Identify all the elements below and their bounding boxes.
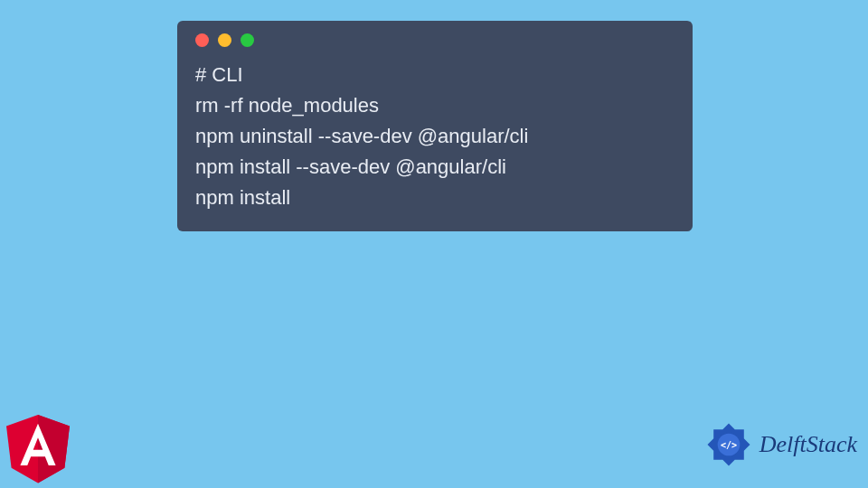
code-line: # CLI: [195, 60, 675, 90]
maximize-icon[interactable]: [241, 33, 254, 47]
code-line: npm uninstall --save-dev @angular/cli: [195, 121, 675, 152]
angular-logo-icon: [6, 415, 70, 482]
close-icon[interactable]: [195, 33, 209, 47]
delftstack-branding: </> DelftStack: [703, 419, 857, 470]
delftstack-label: DelftStack: [760, 431, 857, 458]
code-line: npm install --save-dev @angular/cli: [195, 152, 675, 183]
code-line: rm -rf node_modules: [195, 90, 675, 121]
terminal-window: # CLI rm -rf node_modules npm uninstall …: [177, 21, 693, 231]
code-line: npm install: [195, 183, 675, 213]
window-titlebar: [195, 33, 675, 47]
terminal-content: # CLI rm -rf node_modules npm uninstall …: [195, 60, 675, 213]
minimize-icon[interactable]: [218, 33, 231, 47]
svg-text:</>: </>: [721, 440, 737, 450]
delftstack-logo-icon: </>: [703, 419, 754, 470]
